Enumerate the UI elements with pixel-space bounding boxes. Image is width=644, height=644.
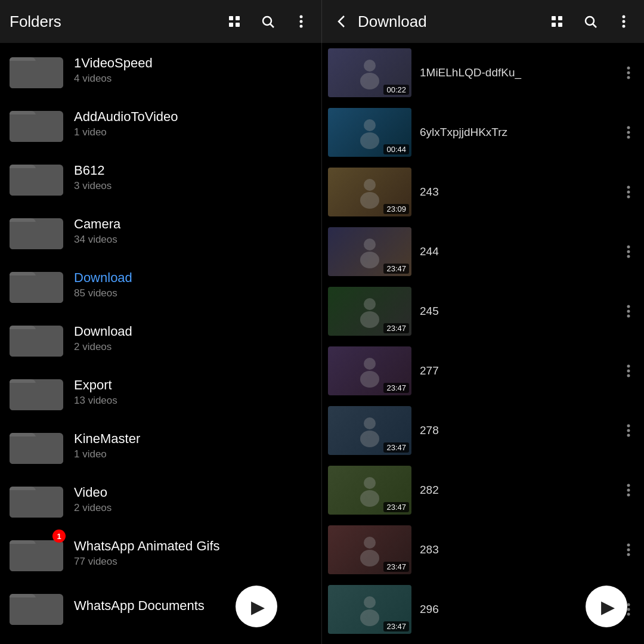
video-duration: 00:22 bbox=[383, 85, 409, 95]
video-menu-icon[interactable] bbox=[619, 244, 638, 259]
video-thumbnail: 23:47 bbox=[328, 406, 411, 455]
video-duration: 23:47 bbox=[383, 562, 409, 572]
video-menu-icon[interactable] bbox=[619, 483, 638, 497]
video-name: 245 bbox=[420, 305, 619, 318]
video-menu-icon[interactable] bbox=[619, 66, 638, 80]
svg-point-61 bbox=[627, 425, 630, 428]
svg-point-58 bbox=[627, 374, 630, 377]
video-duration: 23:47 bbox=[383, 621, 409, 631]
video-thumbnail: 23:47 bbox=[328, 227, 411, 276]
svg-point-49 bbox=[364, 298, 376, 310]
svg-point-50 bbox=[360, 311, 379, 328]
folder-icon bbox=[10, 371, 63, 413]
video-name: 282 bbox=[420, 484, 619, 497]
folder-item[interactable]: Download2 videos bbox=[0, 311, 321, 365]
folder-item[interactable]: 1WhatsApp Animated Gifs77 videos bbox=[0, 526, 321, 580]
svg-line-5 bbox=[271, 24, 274, 28]
left-grid-icon[interactable] bbox=[224, 11, 245, 32]
folder-item[interactable]: B6123 videos bbox=[0, 150, 321, 204]
video-duration: 23:47 bbox=[383, 323, 409, 333]
folder-count: 13 videos bbox=[74, 395, 312, 407]
folder-item[interactable]: 1VideoSpeed4 videos bbox=[0, 43, 321, 97]
left-header: Folders bbox=[0, 0, 322, 43]
svg-point-66 bbox=[627, 484, 630, 487]
svg-point-39 bbox=[364, 179, 376, 191]
video-thumbnail: 23:47 bbox=[328, 585, 411, 634]
video-menu-icon[interactable] bbox=[619, 364, 638, 378]
folder-info: WhatsApp Animated Gifs77 videos bbox=[74, 538, 312, 568]
svg-point-45 bbox=[360, 252, 379, 268]
left-header-icons bbox=[224, 11, 312, 32]
folder-info: AddAudioToVideo1 video bbox=[74, 109, 312, 138]
video-item[interactable]: 23:47277 bbox=[322, 341, 644, 401]
svg-point-44 bbox=[364, 239, 376, 250]
svg-rect-10 bbox=[558, 16, 562, 20]
video-item[interactable]: 23:47282 bbox=[322, 460, 644, 520]
video-duration: 23:47 bbox=[383, 502, 409, 512]
video-item[interactable]: 23:47245 bbox=[322, 281, 644, 341]
svg-point-60 bbox=[360, 431, 379, 447]
video-menu-icon[interactable] bbox=[619, 423, 638, 438]
folder-count: 2 videos bbox=[74, 502, 312, 514]
folder-count: 77 videos bbox=[74, 556, 312, 568]
play-fab-left[interactable]: ▶ bbox=[236, 586, 277, 627]
video-duration: 23:09 bbox=[383, 204, 409, 214]
folder-icon bbox=[10, 317, 63, 359]
video-item[interactable]: 23:47244 bbox=[322, 222, 644, 281]
video-menu-icon[interactable] bbox=[619, 543, 638, 557]
play-icon-left: ▶ bbox=[251, 596, 265, 617]
folder-item[interactable]: Video2 videos bbox=[0, 472, 321, 526]
svg-point-4 bbox=[263, 17, 271, 25]
video-duration: 00:44 bbox=[383, 144, 409, 154]
svg-line-14 bbox=[593, 24, 597, 28]
svg-point-42 bbox=[627, 191, 630, 194]
video-thumbnail: 00:22 bbox=[328, 48, 411, 97]
right-grid-icon[interactable] bbox=[546, 11, 568, 32]
play-icon-right: ▶ bbox=[601, 596, 615, 617]
video-item[interactable]: 00:446ylxTxpjjdHKxTrz bbox=[322, 103, 644, 162]
folder-item[interactable]: Export13 videos bbox=[0, 365, 321, 419]
right-panel-title: Download bbox=[358, 13, 546, 31]
folder-item[interactable]: AddAudioToVideo1 video bbox=[0, 97, 321, 150]
video-duration: 23:47 bbox=[383, 383, 409, 393]
video-menu-icon[interactable] bbox=[619, 304, 638, 318]
video-name: 6ylxTxpjjdHKxTrz bbox=[420, 126, 619, 139]
svg-point-68 bbox=[627, 494, 630, 497]
svg-point-57 bbox=[627, 370, 630, 373]
video-item[interactable]: 23:47283 bbox=[322, 520, 644, 580]
video-item[interactable]: 23:47278 bbox=[322, 401, 644, 460]
right-header: Download bbox=[322, 0, 644, 43]
back-button[interactable] bbox=[332, 11, 353, 32]
folder-name: 1VideoSpeed bbox=[74, 55, 312, 71]
right-panel: 00:221MiELhLQD-ddfKu_ 00:446ylxTxpjjdHKx… bbox=[322, 43, 644, 644]
folder-info: Download2 videos bbox=[74, 324, 312, 353]
svg-point-73 bbox=[627, 553, 630, 556]
svg-point-71 bbox=[627, 544, 630, 547]
video-name: 277 bbox=[420, 364, 619, 377]
svg-point-69 bbox=[364, 537, 376, 549]
svg-point-37 bbox=[627, 131, 630, 134]
svg-point-67 bbox=[627, 489, 630, 492]
svg-rect-12 bbox=[558, 23, 562, 27]
folder-count: 4 videos bbox=[74, 73, 312, 85]
right-more-icon[interactable] bbox=[613, 11, 634, 32]
video-menu-icon[interactable] bbox=[619, 185, 638, 199]
svg-point-8 bbox=[300, 25, 303, 28]
video-duration: 23:47 bbox=[383, 264, 409, 274]
play-fab-right[interactable]: ▶ bbox=[586, 586, 627, 627]
video-thumbnail: 23:47 bbox=[328, 466, 411, 515]
video-name: 278 bbox=[420, 424, 619, 437]
left-search-icon[interactable] bbox=[257, 11, 278, 32]
left-panel-title: Folders bbox=[10, 13, 224, 31]
svg-point-13 bbox=[586, 17, 594, 25]
video-menu-icon[interactable] bbox=[619, 125, 638, 140]
folder-item[interactable]: KineMaster1 video bbox=[0, 419, 321, 472]
video-thumbnail: 23:09 bbox=[328, 168, 411, 216]
video-item[interactable]: 23:09243 bbox=[322, 162, 644, 222]
folder-name: Download bbox=[74, 324, 312, 339]
folder-item[interactable]: Download85 videos bbox=[0, 258, 321, 311]
left-more-icon[interactable] bbox=[290, 11, 312, 32]
folder-item[interactable]: Camera34 videos bbox=[0, 204, 321, 258]
video-item[interactable]: 00:221MiELhLQD-ddfKu_ bbox=[322, 43, 644, 103]
right-search-icon[interactable] bbox=[580, 11, 601, 32]
